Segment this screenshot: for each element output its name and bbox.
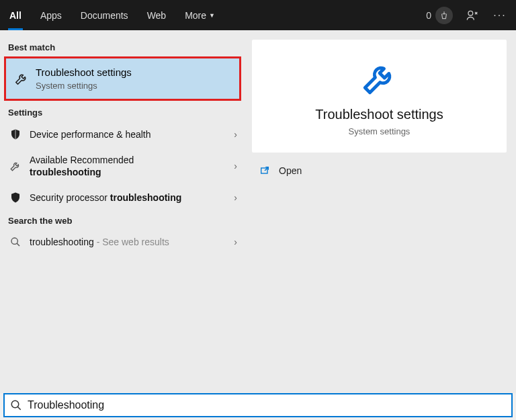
chevron-right-icon: ›	[234, 129, 237, 140]
search-filter-tabs: All Apps Documents Web More ▼ 0 ···	[0, 0, 516, 30]
points-value: 0	[426, 10, 431, 21]
svg-line-5	[17, 407, 21, 410]
results-list: Best match Troubleshoot settings System …	[0, 30, 245, 393]
wrench-icon	[8, 160, 23, 172]
detail-subtitle: System settings	[265, 126, 493, 136]
section-search-web: Search the web	[0, 210, 245, 230]
search-results-pane: Best match Troubleshoot settings System …	[0, 30, 516, 393]
tab-documents[interactable]: Documents	[71, 0, 138, 30]
tab-web[interactable]: Web	[138, 0, 176, 30]
svg-point-4	[11, 401, 19, 408]
tab-all[interactable]: All	[0, 0, 31, 30]
chevron-down-icon: ▼	[209, 12, 215, 19]
result-security-processor[interactable]: Security processor troubleshooting ›	[0, 185, 245, 210]
detail-pane: Troubleshoot settings System settings Op…	[245, 30, 516, 393]
best-match-title: Troubleshoot settings	[36, 67, 231, 78]
result-recommended-troubleshooting[interactable]: Available Recommended troubleshooting ›	[0, 147, 245, 185]
feedback-icon[interactable]	[462, 6, 481, 25]
open-icon	[259, 165, 271, 177]
search-input[interactable]	[28, 399, 506, 411]
search-icon	[10, 399, 22, 411]
result-web-search[interactable]: troubleshooting - See web results ›	[0, 230, 245, 254]
more-options-icon[interactable]: ···	[490, 6, 509, 25]
shield-icon	[8, 192, 23, 204]
shield-icon	[8, 128, 23, 140]
open-action[interactable]: Open	[252, 153, 507, 181]
rewards-icon	[435, 7, 453, 24]
result-title: Available Recommended troubleshooting	[30, 154, 234, 178]
tab-more-label: More	[185, 10, 206, 21]
svg-line-2	[17, 243, 19, 246]
svg-point-0	[468, 11, 473, 15]
detail-title: Troubleshoot settings	[265, 107, 493, 122]
tab-more[interactable]: More ▼	[175, 0, 224, 30]
wrench-icon	[360, 58, 399, 97]
result-title: Security processor troubleshooting	[30, 192, 234, 203]
search-icon	[8, 237, 23, 247]
detail-card: Troubleshoot settings System settings	[252, 40, 507, 153]
chevron-right-icon: ›	[234, 237, 237, 247]
open-label: Open	[279, 165, 302, 176]
section-best-match: Best match	[0, 37, 245, 56]
svg-point-1	[11, 238, 17, 244]
wrench-icon	[14, 70, 29, 87]
search-bar[interactable]	[3, 393, 513, 417]
best-match-subtitle: System settings	[36, 81, 231, 91]
rewards-points[interactable]: 0	[426, 7, 453, 24]
best-match-result[interactable]: Troubleshoot settings System settings	[4, 56, 241, 101]
chevron-right-icon: ›	[234, 192, 237, 203]
result-title: troubleshooting - See web results	[30, 237, 234, 247]
result-title: Device performance & health	[30, 129, 234, 140]
section-settings: Settings	[0, 102, 245, 122]
result-device-performance[interactable]: Device performance & health ›	[0, 122, 245, 147]
tab-apps[interactable]: Apps	[31, 0, 71, 30]
chevron-right-icon: ›	[234, 161, 237, 171]
